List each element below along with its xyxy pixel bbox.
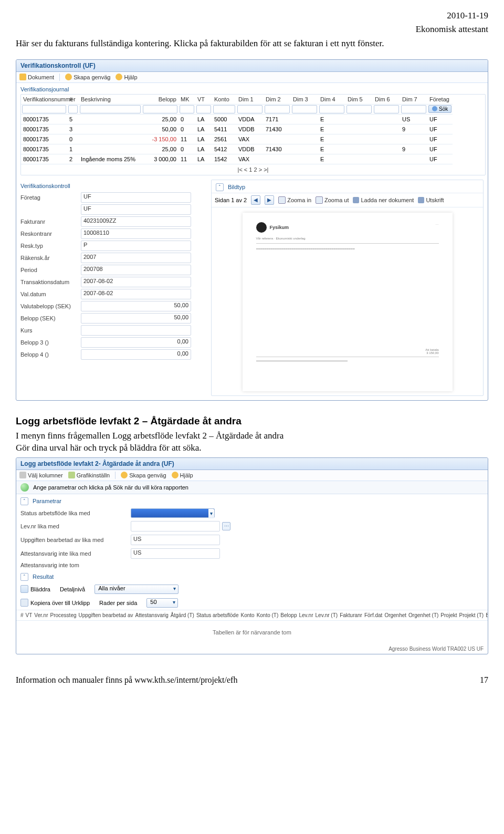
help-icon xyxy=(172,472,178,478)
result-title: Resultat xyxy=(33,574,54,580)
kopiera-urklipp-button[interactable]: Kopiera över till Urklipp xyxy=(20,599,90,607)
filter-d5[interactable] xyxy=(346,105,372,113)
attestansvarig-inte-tom-label: Attestansvarig inte tom xyxy=(20,562,131,568)
preview-pane: ˄Bildtyp Sidan 1 av 2 ◀ ▶ Zooma in Zooma… xyxy=(211,180,484,396)
toolbar-hjalp[interactable]: Hjälp xyxy=(116,74,137,80)
page-number: 17 xyxy=(480,675,488,685)
levnr-input[interactable] xyxy=(131,521,220,531)
bladdra-button[interactable]: Bläddra xyxy=(20,585,50,593)
table-row[interactable]: 80001735525,000LA5000VDDA7171EUSUF xyxy=(21,114,485,124)
toolbar-grafik[interactable]: Grafikinställn xyxy=(68,472,110,478)
zoom-in-icon xyxy=(278,196,286,204)
sok-button[interactable]: Sök xyxy=(428,105,452,113)
toolbar: Dokument Skapa genväg Hjälp xyxy=(16,72,488,83)
star-icon xyxy=(65,74,72,80)
filter-d1[interactable] xyxy=(237,105,262,113)
journal-title: Verifikationsjournal xyxy=(16,83,488,94)
footer-text: Information och manualer finns på www.kt… xyxy=(16,675,237,685)
bearbetad-av-input[interactable]: US xyxy=(131,535,220,545)
journal-header-row: Verifikationsnummer # Beskrivning Belopp… xyxy=(21,95,485,105)
collapse-result-icon[interactable]: ˄ xyxy=(20,573,28,581)
toolbar-hjalp-2[interactable]: Hjälp xyxy=(172,472,193,478)
toolbar-dokument[interactable]: Dokument xyxy=(19,74,54,80)
params-title: Parametrar xyxy=(33,498,61,504)
refresh-icon[interactable]: ⋯ xyxy=(222,522,230,530)
result-columns: #VTVer.nrProcesstegUppgiften bearbetad a… xyxy=(16,610,488,621)
prev-page-button[interactable]: ◀ xyxy=(251,195,260,205)
document-icon xyxy=(19,74,26,80)
filter-d2[interactable] xyxy=(265,105,290,113)
filter-desc[interactable] xyxy=(80,105,141,113)
foretag2-field[interactable]: UF xyxy=(81,204,191,215)
zoom-out-button[interactable]: Zooma ut xyxy=(316,196,349,204)
bildtyp-title: Bildtyp xyxy=(228,184,245,190)
detaljniva-select[interactable]: Alla nivåer xyxy=(94,585,178,594)
filter-konto[interactable] xyxy=(213,105,235,113)
toolbar-skapa-genvag[interactable]: Skapa genväg xyxy=(65,74,110,80)
download-button[interactable]: Ladda ner dokument xyxy=(353,197,414,203)
window-title: Verifikationskontroll (UF) xyxy=(16,60,488,72)
invoice-preview[interactable]: Fysikum … Vår referens · Ekonomiskt unde… xyxy=(243,213,453,391)
info-icon xyxy=(20,483,29,492)
filter-amt[interactable] xyxy=(143,105,177,113)
clipboard-icon xyxy=(20,599,28,607)
kurs-field[interactable] xyxy=(81,325,191,336)
header-role: Ekonomisk attestant xyxy=(16,24,488,35)
browse-icon xyxy=(20,585,28,593)
reskontranr-field[interactable]: 10008110 xyxy=(81,228,191,239)
toolbar-skapa-genvag-2[interactable]: Skapa genväg xyxy=(121,472,166,478)
section-heading: Logg arbetsflöde levfakt 2 – Åtgärdade å… xyxy=(16,415,488,427)
filter-vt[interactable] xyxy=(196,105,211,113)
toolbar-valj-kolumner[interactable]: Välj kolumner xyxy=(19,472,63,478)
rader-per-sida-select[interactable]: 50 xyxy=(146,598,178,608)
zoom-out-icon xyxy=(316,196,323,204)
pager[interactable]: |< < 1 2 > >| xyxy=(21,164,485,175)
belopp4-field[interactable]: 0,00 xyxy=(81,349,191,360)
attestansvarig-input[interactable]: US xyxy=(131,548,220,559)
print-icon xyxy=(418,197,424,203)
rader-per-sida-label: Rader per sida xyxy=(99,600,137,606)
valutabelopp-field[interactable]: 50,00 xyxy=(81,301,191,311)
table-row[interactable]: 800017352Ingående moms 25%3 000,0011LA15… xyxy=(21,154,485,164)
next-page-button[interactable]: ▶ xyxy=(265,195,274,205)
screenshot-logg-arbetsflode: Logg arbetsflöde levfakt 2- Åtgärdade åt… xyxy=(16,457,488,654)
resktyp-field[interactable]: P xyxy=(81,241,191,251)
filter-d3[interactable] xyxy=(292,105,317,113)
filter-d7[interactable] xyxy=(401,105,426,113)
fakturanr-field[interactable]: 40231009ZZ xyxy=(81,216,191,227)
filter-mk[interactable] xyxy=(180,105,194,113)
foretag-field[interactable]: UF xyxy=(81,192,191,203)
belopp-field[interactable]: 50,00 xyxy=(81,313,191,324)
transdatum-field[interactable]: 2007-08-02 xyxy=(81,277,191,287)
search-icon xyxy=(432,106,437,111)
status-arbetsflode-select[interactable] xyxy=(131,508,215,518)
section-text: I menyn finns frågemallen Logg arbetsflö… xyxy=(16,430,488,454)
valdatum-field[interactable]: 2007-08-02 xyxy=(81,289,191,299)
zoom-in-button[interactable]: Zooma in xyxy=(278,196,311,204)
detaljniva-label: Detaljnivå xyxy=(60,586,85,592)
intro-text: Här ser du fakturans fullständiga konter… xyxy=(16,38,488,50)
help-icon xyxy=(116,74,122,80)
table-row[interactable]: 80001735350,000LA5411VDDB71430E9UF xyxy=(21,124,485,134)
table-row[interactable]: 80001735125,000LA5412VDDB71430E9UF xyxy=(21,144,485,154)
print-button[interactable]: Utskrift xyxy=(418,197,444,203)
filter-h[interactable] xyxy=(68,105,78,113)
collapse-params-icon[interactable]: ˄ xyxy=(20,497,28,505)
window-title-2: Logg arbetsflöde levfakt 2- Åtgärdade åt… xyxy=(16,458,488,470)
screenshot-verifikationskontroll: Verifikationskontroll (UF) Dokument Skap… xyxy=(16,59,488,401)
table-row[interactable]: 800017350-3 150,0011LA2561VAXEUF xyxy=(21,134,485,144)
collapse-icon[interactable]: ˄ xyxy=(216,183,224,191)
rakenskar-field[interactable]: 2007 xyxy=(81,253,191,263)
info-bar: Ange parametrar och klicka på Sök när du… xyxy=(16,481,488,494)
filter-d6[interactable] xyxy=(374,105,399,113)
journal-table: Verifikationsnummer # Beskrivning Belopp… xyxy=(20,94,486,175)
star-icon xyxy=(121,472,128,478)
chart-icon xyxy=(68,472,75,478)
download-icon xyxy=(353,197,359,203)
journal-filter-row: Sök xyxy=(21,105,485,114)
header-date: 2010-11-19 xyxy=(16,11,488,21)
period-field[interactable]: 200708 xyxy=(81,265,191,275)
filter-d4[interactable] xyxy=(319,105,344,113)
filter-num[interactable] xyxy=(22,105,66,113)
belopp3-field[interactable]: 0,00 xyxy=(81,337,191,348)
